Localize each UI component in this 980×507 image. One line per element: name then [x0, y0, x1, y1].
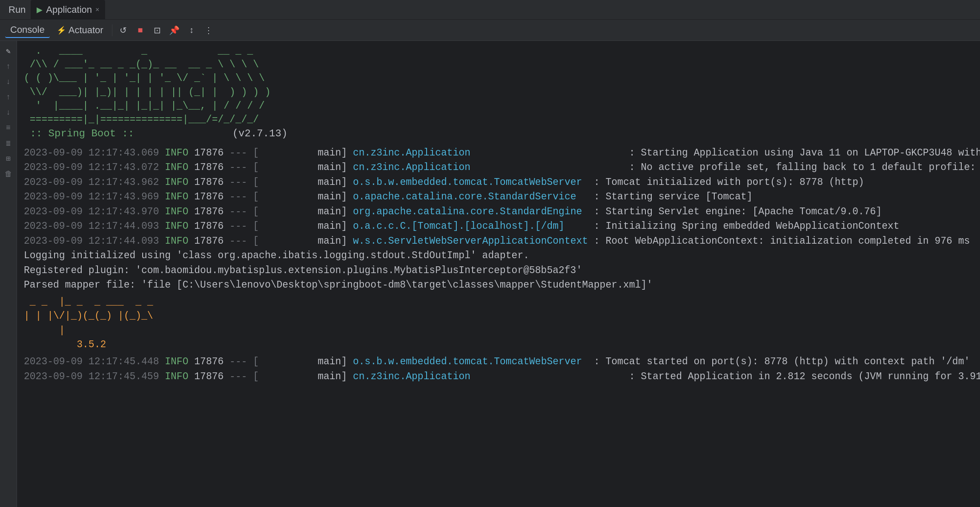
- up-button-2[interactable]: ↑: [2, 90, 15, 104]
- filter-button[interactable]: ⊞: [2, 152, 15, 165]
- tab-bar: Run ▶ Application ×: [0, 0, 980, 20]
- sort-button-1[interactable]: ≡: [2, 121, 15, 135]
- spring-version: (v2.7.13): [232, 128, 288, 139]
- scroll-button[interactable]: ↕: [184, 23, 199, 38]
- actuator-tab-label: Actuator: [69, 25, 103, 36]
- sort-button-2[interactable]: ≣: [2, 136, 15, 150]
- delete-button[interactable]: 🗑: [2, 167, 15, 181]
- log-line-8: 2023-09-09 12:17:45.448 INFO 17876 --- […: [24, 354, 973, 369]
- spring-boot-line: :: Spring Boot :: (v2.7.13): [24, 127, 973, 141]
- edit-button[interactable]: ✎: [2, 44, 15, 58]
- spring-ascii-art: . ____ _ __ _ _ /\\ / ___'_ __ _ _(_)_ _…: [24, 44, 973, 127]
- log-line-5: 2023-09-09 12:17:43.970 INFO 17876 --- […: [24, 205, 973, 219]
- up-button-1[interactable]: ↑: [2, 60, 15, 73]
- console-tab-label: Console: [10, 24, 45, 35]
- log-line-2: 2023-09-09 12:17:43.072 INFO 17876 --- […: [24, 160, 973, 175]
- actuator-icon: ⚡: [57, 26, 66, 35]
- log-line-1: 2023-09-09 12:17:43.069 INFO 17876 --- […: [24, 146, 973, 161]
- toolbar: Console ⚡ Actuator ↺ ■ ⊡ 📌 ↕ ⋮: [0, 20, 980, 41]
- console-tab[interactable]: Console: [5, 23, 50, 38]
- restore-button[interactable]: ⊡: [150, 23, 165, 38]
- plain-line-1: Logging initialized using 'class org.apa…: [24, 248, 973, 263]
- actuator-tab[interactable]: ⚡ Actuator: [52, 23, 109, 38]
- tab-close-icon[interactable]: ×: [95, 6, 99, 14]
- application-tab[interactable]: ▶ Application ×: [31, 0, 105, 20]
- log-line-7: 2023-09-09 12:17:44.093 INFO 17876 --- […: [24, 234, 973, 249]
- plain-line-2: Registered plugin: 'com.baomidou.mybatis…: [24, 263, 973, 278]
- tab-label: Application: [46, 4, 92, 15]
- main-area: ✎ ↑ ↓ ↑ ↓ ≡ ≣ ⊞ 🗑 . ____ _ __ _ _ /\\ / …: [0, 41, 980, 507]
- log-line-3: 2023-09-09 12:17:43.962 INFO 17876 --- […: [24, 175, 973, 190]
- log-line-9: 2023-09-09 12:17:45.459 INFO 17876 --- […: [24, 369, 973, 384]
- sidebar: ✎ ↑ ↓ ↑ ↓ ≡ ≣ ⊞ 🗑: [0, 41, 17, 507]
- down-button-2[interactable]: ↓: [2, 106, 15, 119]
- log-line-4: 2023-09-09 12:17:43.969 INFO 17876 --- […: [24, 190, 973, 205]
- plain-line-3: Parsed mapper file: 'file [C:\Users\leno…: [24, 278, 973, 293]
- console-output[interactable]: . ____ _ __ _ _ /\\ / ___'_ __ _ _(_)_ _…: [17, 41, 980, 507]
- more-button[interactable]: ⋮: [201, 23, 216, 38]
- run-label: Run: [3, 0, 31, 20]
- stop-button[interactable]: ■: [133, 23, 148, 38]
- down-button-1[interactable]: ↓: [2, 75, 15, 89]
- toolbar-separator: [112, 24, 112, 36]
- tab-run-icon: ▶: [37, 5, 43, 14]
- log-line-6: 2023-09-09 12:17:44.093 INFO 17876 --- […: [24, 219, 973, 234]
- mybatis-ascii-art: _ _ |_ _ _ ___ _ _ | | |\/|_)(_(_) |(_)_…: [24, 295, 973, 352]
- pin-button[interactable]: 📌: [167, 23, 182, 38]
- rerun-button[interactable]: ↺: [116, 23, 131, 38]
